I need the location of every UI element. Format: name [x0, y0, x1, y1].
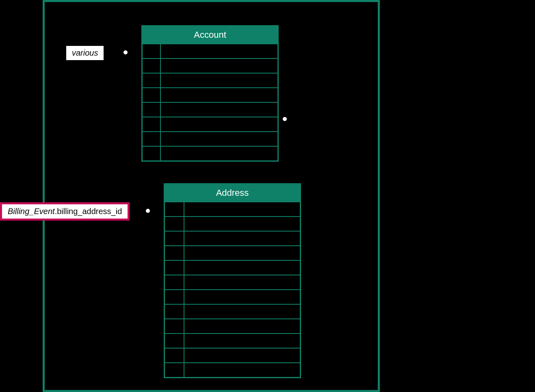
- billing-event-column-name: .billing_address_id: [55, 207, 122, 216]
- entity-row: [165, 216, 300, 231]
- entity-row-key-cell: [165, 217, 184, 231]
- entity-row: [165, 333, 300, 348]
- entity-row-name-cell: [184, 217, 300, 231]
- entity-row-name-cell: [184, 202, 300, 216]
- entity-row: [165, 304, 300, 318]
- entity-address-body: [165, 201, 300, 377]
- entity-row-name-cell: [184, 261, 300, 275]
- entity-row-name-cell: [184, 349, 300, 362]
- entity-row-name-cell: [161, 59, 277, 73]
- entity-row: [143, 102, 277, 117]
- entity-row: [165, 245, 300, 260]
- entity-row-key-cell: [143, 88, 161, 102]
- entity-row-name-cell: [184, 232, 300, 245]
- entity-row: [165, 318, 300, 333]
- connector-dot-account-left: [123, 50, 128, 54]
- entity-row-name-cell: [184, 275, 300, 289]
- diagram-canvas: Account Address various Billing_Event.bi…: [0, 0, 535, 392]
- entity-row-key-cell: [143, 132, 161, 146]
- connector-label-various: various: [66, 46, 104, 60]
- entity-address-header: Address: [165, 184, 300, 201]
- entity-row-name-cell: [184, 246, 300, 260]
- entity-row-name-cell: [161, 117, 277, 131]
- entity-row-key-cell: [165, 202, 184, 216]
- entity-row: [143, 146, 277, 160]
- entity-row: [143, 131, 277, 146]
- entity-row-name-cell: [161, 132, 277, 146]
- connector-dot-address-left: [146, 209, 150, 213]
- entity-row-key-cell: [143, 147, 161, 160]
- entity-row-key-cell: [165, 349, 184, 362]
- entity-row: [165, 260, 300, 275]
- entity-row-key-cell: [165, 275, 184, 289]
- connector-label-various-text: various: [72, 48, 98, 57]
- entity-row-key-cell: [143, 44, 161, 58]
- entity-row-key-cell: [143, 103, 161, 117]
- entity-row: [165, 231, 300, 245]
- entity-address: Address: [164, 183, 301, 378]
- entity-row-key-cell: [143, 117, 161, 131]
- entity-row-name-cell: [161, 74, 277, 87]
- entity-row-key-cell: [165, 246, 184, 260]
- connector-label-billing-event: Billing_Event.billing_address_id: [0, 202, 130, 221]
- entity-row-name-cell: [161, 147, 277, 160]
- entity-row: [165, 362, 300, 377]
- entity-row-key-cell: [165, 305, 184, 318]
- entity-account-body: [143, 43, 277, 160]
- entity-row-name-cell: [184, 363, 300, 377]
- entity-row: [143, 117, 277, 131]
- entity-row-name-cell: [184, 305, 300, 318]
- entity-row-key-cell: [165, 363, 184, 377]
- entity-row-key-cell: [143, 59, 161, 73]
- billing-event-entity-name: Billing_Event: [8, 207, 55, 216]
- entity-row-key-cell: [165, 261, 184, 275]
- entity-row-name-cell: [161, 88, 277, 102]
- entity-row: [143, 87, 277, 102]
- entity-row-name-cell: [161, 103, 277, 117]
- entity-row: [165, 201, 300, 216]
- entity-row: [143, 43, 277, 58]
- entity-row: [165, 275, 300, 289]
- entity-account-header: Account: [143, 26, 277, 43]
- entity-row: [165, 348, 300, 362]
- entity-row: [143, 58, 277, 73]
- entity-row-key-cell: [165, 334, 184, 348]
- entity-row-key-cell: [165, 232, 184, 245]
- entity-account: Account: [141, 25, 279, 162]
- entity-row-key-cell: [143, 74, 161, 87]
- entity-row-key-cell: [165, 290, 184, 304]
- entity-row-name-cell: [184, 290, 300, 304]
- connector-dot-account-right: [283, 117, 287, 121]
- entity-row: [143, 73, 277, 87]
- entity-row-name-cell: [184, 319, 300, 333]
- entity-row: [165, 289, 300, 304]
- entity-row-key-cell: [165, 319, 184, 333]
- entity-row-name-cell: [184, 334, 300, 348]
- entity-row-name-cell: [161, 44, 277, 58]
